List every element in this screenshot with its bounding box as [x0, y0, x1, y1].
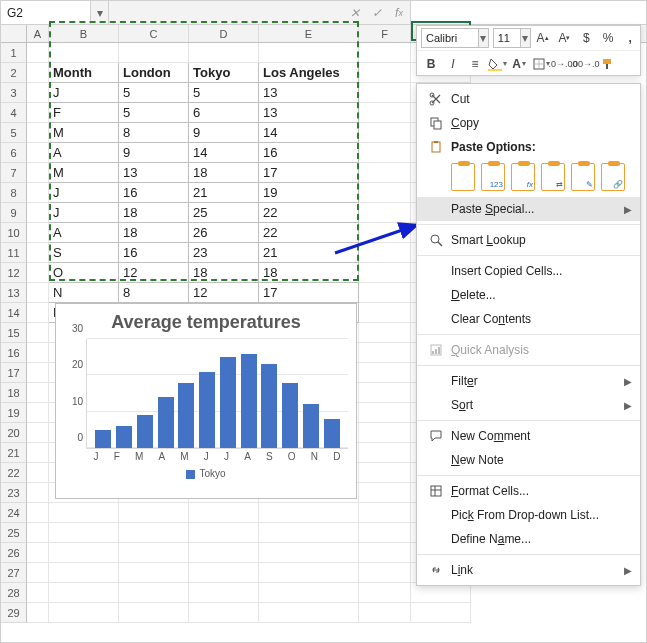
cell[interactable]: J — [49, 203, 119, 223]
font-color-icon[interactable]: A▾ — [509, 54, 529, 74]
cell[interactable] — [359, 603, 411, 623]
cell[interactable]: 22 — [259, 223, 359, 243]
cell[interactable] — [359, 363, 411, 383]
menu-copy[interactable]: Copy — [417, 111, 640, 135]
cell[interactable] — [259, 523, 359, 543]
cell[interactable]: 5 — [119, 103, 189, 123]
cell[interactable] — [359, 123, 411, 143]
cell[interactable]: N — [49, 283, 119, 303]
cell[interactable] — [359, 343, 411, 363]
cell[interactable] — [27, 463, 49, 483]
cell[interactable] — [359, 323, 411, 343]
cell[interactable] — [359, 43, 411, 63]
menu-insert-copied-cells[interactable]: Insert Copied Cells... — [417, 259, 640, 283]
cell[interactable]: J — [49, 83, 119, 103]
cell[interactable] — [411, 603, 471, 623]
cell[interactable] — [27, 303, 49, 323]
cell[interactable] — [27, 63, 49, 83]
cell[interactable] — [27, 183, 49, 203]
row-header[interactable]: 24 — [1, 503, 27, 523]
chart-bar[interactable] — [303, 404, 319, 448]
row-header[interactable]: 9 — [1, 203, 27, 223]
row-header[interactable]: 15 — [1, 323, 27, 343]
cell[interactable] — [27, 423, 49, 443]
cell[interactable]: 13 — [259, 103, 359, 123]
font-name-dropdown[interactable]: ▾ — [479, 28, 489, 48]
cell[interactable]: 12 — [189, 283, 259, 303]
cell[interactable] — [119, 503, 189, 523]
align-icon[interactable]: ≡ — [465, 54, 485, 74]
row-header[interactable]: 21 — [1, 443, 27, 463]
cell[interactable] — [359, 483, 411, 503]
chart-bar[interactable] — [178, 383, 194, 448]
cell[interactable]: 17 — [259, 283, 359, 303]
cell[interactable] — [411, 583, 471, 603]
cell[interactable] — [189, 523, 259, 543]
cell[interactable] — [27, 503, 49, 523]
cell[interactable] — [27, 363, 49, 383]
cell[interactable] — [27, 223, 49, 243]
cell[interactable]: 9 — [119, 143, 189, 163]
row-header[interactable]: 1 — [1, 43, 27, 63]
cell[interactable] — [119, 583, 189, 603]
cell[interactable]: 13 — [119, 163, 189, 183]
menu-clear-contents[interactable]: Clear Contents — [417, 307, 640, 331]
row-header[interactable]: 19 — [1, 403, 27, 423]
paste-formulas-icon[interactable]: fx — [511, 163, 535, 191]
menu-link[interactable]: Link ▶ — [417, 558, 640, 582]
cell[interactable] — [27, 603, 49, 623]
cell[interactable]: 16 — [259, 143, 359, 163]
format-painter-icon[interactable] — [597, 54, 617, 74]
cell[interactable]: 22 — [259, 203, 359, 223]
cell[interactable] — [27, 123, 49, 143]
cell[interactable]: 6 — [189, 103, 259, 123]
row-header[interactable]: 27 — [1, 563, 27, 583]
row-header[interactable]: 10 — [1, 223, 27, 243]
cell[interactable]: 5 — [119, 83, 189, 103]
cell[interactable] — [359, 243, 411, 263]
name-box-dropdown[interactable]: ▾ — [91, 1, 109, 24]
cell[interactable] — [259, 503, 359, 523]
cell[interactable]: 21 — [189, 183, 259, 203]
cell[interactable]: 19 — [259, 183, 359, 203]
row-header[interactable]: 23 — [1, 483, 27, 503]
paste-values-icon[interactable]: 123 — [481, 163, 505, 191]
cell[interactable] — [359, 163, 411, 183]
cell[interactable] — [27, 43, 49, 63]
cell[interactable]: F — [49, 103, 119, 123]
row-header[interactable]: 28 — [1, 583, 27, 603]
cell[interactable]: J — [49, 183, 119, 203]
row-header[interactable]: 11 — [1, 243, 27, 263]
cell[interactable] — [119, 43, 189, 63]
paste-link-icon[interactable]: 🔗 — [601, 163, 625, 191]
italic-icon[interactable]: I — [443, 54, 463, 74]
col-header[interactable]: C — [119, 25, 189, 42]
cell[interactable]: 18 — [259, 263, 359, 283]
cell[interactable]: 18 — [189, 263, 259, 283]
row-header[interactable]: 26 — [1, 543, 27, 563]
row-header[interactable]: 7 — [1, 163, 27, 183]
paste-all-icon[interactable] — [451, 163, 475, 191]
menu-smart-lookup[interactable]: Smart Lookup — [417, 228, 640, 252]
cell[interactable] — [359, 103, 411, 123]
col-header[interactable]: D — [189, 25, 259, 42]
row-header[interactable]: 13 — [1, 283, 27, 303]
cell[interactable]: Los Angeles — [259, 63, 359, 83]
cell[interactable] — [49, 503, 119, 523]
cell[interactable] — [259, 583, 359, 603]
cell[interactable] — [49, 603, 119, 623]
cell[interactable] — [359, 563, 411, 583]
row-header[interactable]: 12 — [1, 263, 27, 283]
cell[interactable] — [27, 83, 49, 103]
cell[interactable] — [27, 263, 49, 283]
row-header[interactable]: 4 — [1, 103, 27, 123]
cell[interactable] — [49, 583, 119, 603]
cell[interactable] — [49, 523, 119, 543]
fill-color-icon[interactable]: ▾ — [487, 54, 507, 74]
menu-define-name[interactable]: Define Name... — [417, 527, 640, 551]
menu-cut[interactable]: Cut — [417, 87, 640, 111]
cell[interactable]: London — [119, 63, 189, 83]
chart-bar[interactable] — [137, 415, 153, 448]
chart-bar[interactable] — [241, 354, 257, 448]
cell[interactable]: 23 — [189, 243, 259, 263]
